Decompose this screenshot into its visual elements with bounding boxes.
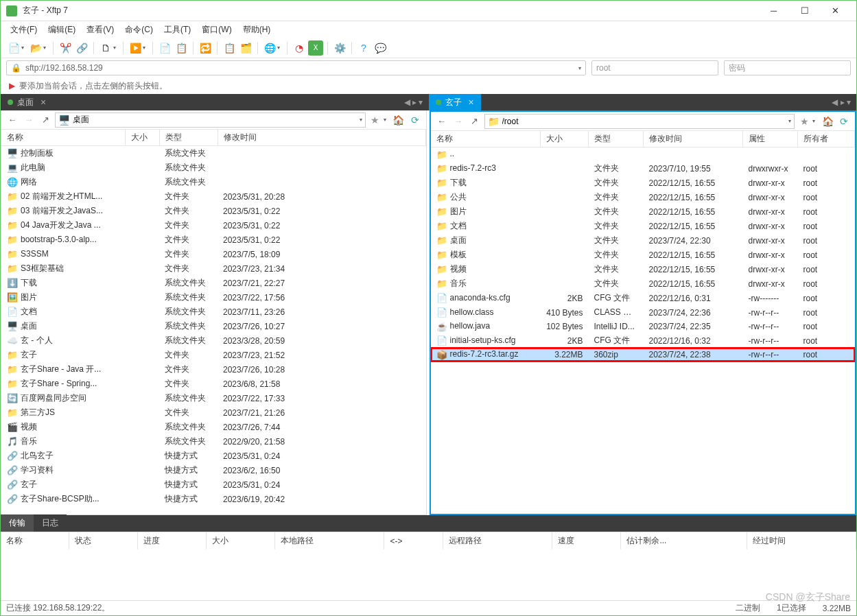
remote-path-box[interactable]: 📁 ▾ bbox=[484, 114, 795, 129]
table-row[interactable]: 📁公共文件夹2022/12/15, 16:55drwxr-xr-xroot bbox=[431, 190, 855, 204]
menu-查看(V)[interactable]: 查看(V) bbox=[82, 23, 118, 37]
table-row[interactable]: 📁模板文件夹2022/12/15, 16:55drwxr-xr-xroot bbox=[431, 248, 855, 262]
table-row[interactable]: 📁02 前端开发之HTML...文件夹2023/5/31, 20:28 bbox=[1, 189, 425, 204]
table-row[interactable]: 📁视频文件夹2022/12/15, 16:55drwxr-xr-xroot bbox=[431, 262, 855, 276]
col-header[interactable]: 名称 bbox=[431, 131, 541, 147]
maximize-button[interactable]: ☐ bbox=[789, 1, 820, 21]
close-button[interactable]: ✕ bbox=[820, 1, 851, 21]
table-row[interactable]: 💻此电脑系统文件夹 bbox=[1, 161, 425, 175]
table-row[interactable]: 🔗玄子快捷方式2023/5/31, 0:24 bbox=[1, 477, 425, 492]
remote-file-table[interactable]: 名称大小类型修改时间属性所有者 📁..📁redis-7.2-rc3文件夹2023… bbox=[431, 131, 856, 514]
table-row[interactable]: ⬇️下载系统文件夹2023/7/21, 22:27 bbox=[1, 276, 425, 290]
table-row[interactable]: 📁音乐文件夹2022/12/15, 16:55drwxr-xr-xroot bbox=[431, 276, 855, 291]
table-row[interactable]: 📁.. bbox=[431, 147, 855, 162]
table-row[interactable]: 📁04 Java开发之Java ...文件夹2023/5/31, 0:22 bbox=[1, 218, 425, 233]
red-icon[interactable]: ◔ bbox=[292, 40, 307, 56]
log-col[interactable]: 远程路径 bbox=[443, 532, 552, 549]
bookmark-icon[interactable]: ★ bbox=[368, 113, 382, 127]
play-icon[interactable]: ▶️ bbox=[128, 40, 143, 56]
forward-button[interactable]: → bbox=[22, 113, 36, 127]
forward-button[interactable]: → bbox=[451, 115, 465, 128]
minimize-button[interactable]: ─ bbox=[758, 1, 789, 21]
user-field[interactable]: root bbox=[591, 60, 718, 75]
table-row[interactable]: 📁redis-7.2-rc3文件夹2023/7/10, 19:55drwxrwx… bbox=[431, 161, 855, 176]
table-row[interactable]: 📁下载文件夹2022/12/15, 16:55drwxr-xr-xroot bbox=[431, 176, 855, 190]
table-row[interactable]: 📁S3SSM文件夹2023/7/5, 18:09 bbox=[1, 247, 425, 261]
table-row[interactable]: 📁玄子文件夹2023/7/23, 21:52 bbox=[1, 348, 425, 362]
log-col[interactable]: 速度 bbox=[552, 532, 621, 549]
copy-icon[interactable]: 📋 bbox=[174, 40, 189, 56]
col-header[interactable]: 所有者 bbox=[798, 131, 855, 147]
table-row[interactable]: 🖥️桌面系统文件夹2023/7/26, 10:27 bbox=[1, 319, 425, 333]
logtab-传输[interactable]: 传输 bbox=[1, 514, 34, 532]
tab-scroll-right[interactable]: ◀ ▸ ▾ bbox=[826, 97, 856, 107]
new-session-icon[interactable]: 📄 bbox=[6, 40, 21, 56]
menu-文件(F)[interactable]: 文件(F) bbox=[6, 23, 41, 37]
menu-工具(T)[interactable]: 工具(T) bbox=[160, 23, 195, 37]
menu-编辑(E)[interactable]: 编辑(E) bbox=[44, 23, 80, 37]
logtab-日志[interactable]: 日志 bbox=[34, 514, 67, 532]
new-file-icon[interactable]: 🗋 bbox=[98, 40, 113, 56]
log-col[interactable]: 本地路径 bbox=[275, 532, 384, 549]
table-row[interactable]: 🔗玄子Share-BCSP助...快捷方式2023/6/19, 20:42 bbox=[1, 492, 425, 506]
log-col[interactable]: <-> bbox=[384, 532, 443, 549]
table-row[interactable]: 📁桌面文件夹2023/7/24, 22:30drwxr-xr-xroot bbox=[431, 233, 855, 248]
log-col[interactable]: 进度 bbox=[137, 532, 206, 549]
table-row[interactable]: 🌐网络系统文件夹 bbox=[1, 175, 425, 189]
up-button[interactable]: ↗ bbox=[468, 115, 482, 128]
up-button[interactable]: ↗ bbox=[38, 113, 52, 127]
col-header[interactable]: 大小 bbox=[541, 131, 589, 147]
sync-icon[interactable]: 🔁 bbox=[198, 40, 213, 56]
link-icon[interactable]: 🔗 bbox=[74, 40, 89, 56]
back-button[interactable]: ← bbox=[435, 115, 449, 128]
log-col[interactable]: 经过时间 bbox=[747, 532, 856, 549]
address-box[interactable]: 🔒 ▾ bbox=[6, 60, 586, 75]
col-header[interactable]: 属性 bbox=[743, 131, 798, 147]
table-row[interactable]: 🔄百度网盘同步空间系统文件夹2023/7/22, 17:33 bbox=[1, 391, 425, 405]
tab-local[interactable]: 桌面 × bbox=[1, 94, 53, 110]
log-col[interactable]: 状态 bbox=[69, 532, 137, 549]
table-row[interactable]: 📄hellow.class410 BytesCLASS 文件2023/7/24,… bbox=[431, 305, 855, 320]
refresh-icon[interactable]: ⟳ bbox=[408, 113, 422, 127]
table-row[interactable]: 📁玄子Share - Java 开...文件夹2023/7/26, 10:28 bbox=[1, 362, 425, 377]
menu-窗口(W)[interactable]: 窗口(W) bbox=[198, 23, 235, 37]
table-row[interactable]: 🎬视频系统文件夹2023/7/26, 7:44 bbox=[1, 420, 425, 434]
password-field[interactable]: 密码 bbox=[724, 60, 851, 75]
table-row[interactable]: ☕hellow.java102 BytesIntelliJ ID...2023/… bbox=[431, 320, 855, 333]
table-row[interactable]: 📄initial-setup-ks.cfg2KBCFG 文件2022/12/16… bbox=[431, 333, 855, 348]
table-row[interactable]: 🔗学习资料快捷方式2023/6/2, 16:50 bbox=[1, 463, 425, 477]
col-header[interactable]: 修改时间 bbox=[218, 130, 425, 146]
table-row[interactable]: 📁玄子Share - Spring...文件夹2023/6/8, 21:58 bbox=[1, 377, 425, 391]
local-file-table[interactable]: 名称大小类型修改时间 🖥️控制面板系统文件夹💻此电脑系统文件夹🌐网络系统文件夹📁… bbox=[1, 130, 426, 514]
table-row[interactable]: 📁第三方JS文件夹2023/7/21, 21:26 bbox=[1, 405, 425, 420]
table-row[interactable]: 📁03 前端开发之JavaS...文件夹2023/5/31, 0:22 bbox=[1, 204, 425, 218]
log-col[interactable]: 估计剩余... bbox=[621, 532, 747, 549]
help-icon[interactable]: ? bbox=[356, 40, 371, 56]
list-icon[interactable]: 📋 bbox=[222, 40, 237, 56]
table-row[interactable]: 📁S3框架基础文件夹2023/7/23, 21:34 bbox=[1, 261, 425, 276]
table-row[interactable]: 📁图片文件夹2022/12/15, 16:55drwxr-xr-xroot bbox=[431, 204, 855, 219]
menu-帮助(H)[interactable]: 帮助(H) bbox=[239, 23, 275, 37]
local-path-input[interactable] bbox=[73, 115, 360, 125]
home-icon[interactable]: 🏠 bbox=[392, 113, 406, 127]
log-col[interactable]: 大小 bbox=[207, 532, 275, 549]
back-button[interactable]: ← bbox=[5, 113, 19, 127]
globe-icon[interactable]: 🌐 bbox=[262, 40, 277, 56]
tab-close-icon[interactable]: × bbox=[469, 97, 474, 108]
col-header[interactable]: 类型 bbox=[589, 131, 644, 147]
table-row[interactable]: 🖼️图片系统文件夹2023/7/22, 17:56 bbox=[1, 290, 425, 305]
remote-path-input[interactable] bbox=[502, 117, 789, 126]
table-row[interactable]: 📄anaconda-ks.cfg2KBCFG 文件2022/12/16, 0:3… bbox=[431, 291, 855, 305]
bookmark-icon[interactable]: ★ bbox=[797, 115, 811, 128]
log-col[interactable]: 名称 bbox=[1, 532, 69, 549]
green-icon[interactable]: X bbox=[308, 40, 323, 56]
col-header[interactable]: 类型 bbox=[159, 130, 218, 146]
home-icon[interactable]: 🏠 bbox=[821, 115, 834, 128]
log-table[interactable]: 名称状态进度大小本地路径<->远程路径速度估计剩余...经过时间 bbox=[1, 532, 856, 600]
table-row[interactable]: 📁文档文件夹2022/12/15, 16:55drwxr-xr-xroot bbox=[431, 219, 855, 233]
col-header[interactable]: 修改时间 bbox=[644, 131, 743, 147]
chat-icon[interactable]: 💬 bbox=[373, 40, 388, 56]
table-row[interactable]: 🎵音乐系统文件夹2022/9/20, 21:58 bbox=[1, 434, 425, 449]
refresh-icon[interactable]: ⟳ bbox=[837, 115, 851, 128]
table-row[interactable]: 📦redis-7.2-rc3.tar.gz3.22MB360zip2023/7/… bbox=[431, 348, 855, 362]
